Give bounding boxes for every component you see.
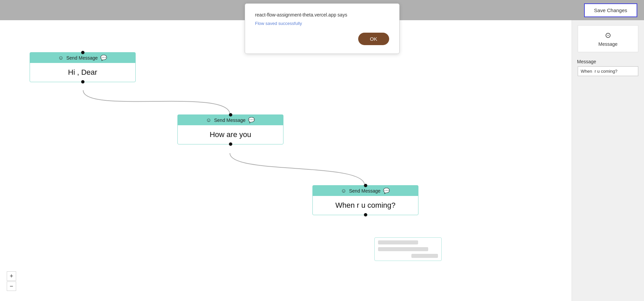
node3-dot-top bbox=[364, 184, 367, 187]
node2-body: How are you bbox=[178, 125, 283, 144]
node1-dot-top bbox=[81, 51, 84, 54]
partial-line-1 bbox=[378, 240, 418, 244]
flow-node-3[interactable]: ☺ Send Message 💬 When r u coming? bbox=[312, 185, 418, 215]
main-area: ☺ Send Message 💬 Hi , Dear ☺ Send Messag… bbox=[0, 20, 644, 301]
node3-header-label: Send Message bbox=[349, 188, 380, 194]
whatsapp-icon-2: 💬 bbox=[248, 117, 255, 123]
right-panel: ⊙ Message Message bbox=[572, 20, 644, 301]
partial-line-3 bbox=[411, 254, 438, 258]
node3-body-text: When r u coming? bbox=[335, 201, 396, 209]
node1-body-text: Hi , Dear bbox=[68, 68, 97, 76]
smiley-icon-2: ☺ bbox=[206, 117, 211, 123]
zoom-out-button[interactable]: − bbox=[7, 281, 16, 291]
node2-dot-bottom bbox=[229, 142, 232, 146]
node3-dot-bottom bbox=[364, 213, 367, 216]
flow-canvas[interactable]: ☺ Send Message 💬 Hi , Dear ☺ Send Messag… bbox=[0, 20, 572, 301]
partial-line-2 bbox=[378, 247, 428, 251]
dialog-box: react-flow-assignment-theta.vercel.app s… bbox=[245, 3, 400, 54]
message-field-label: Message bbox=[577, 59, 596, 64]
message-bubble-icon: ⊙ bbox=[605, 31, 611, 40]
whatsapp-icon-3: 💬 bbox=[383, 188, 390, 194]
node1-header-label: Send Message bbox=[66, 55, 98, 61]
smiley-icon-3: ☺ bbox=[341, 188, 346, 194]
smiley-icon-1: ☺ bbox=[58, 55, 64, 61]
save-changes-button[interactable]: Save Changes bbox=[584, 3, 637, 17]
dialog-message: Flow saved successfully bbox=[255, 21, 389, 26]
zoom-in-button[interactable]: + bbox=[7, 271, 16, 281]
node1-body: Hi , Dear bbox=[30, 63, 135, 82]
flow-node-4-partial bbox=[374, 237, 442, 261]
whatsapp-icon-1: 💬 bbox=[100, 55, 107, 61]
flow-node-2[interactable]: ☺ Send Message 💬 How are you bbox=[177, 114, 283, 144]
message-icon-box: ⊙ Message bbox=[578, 25, 638, 52]
flow-node-1[interactable]: ☺ Send Message 💬 Hi , Dear bbox=[30, 52, 136, 82]
node1-dot-bottom bbox=[81, 80, 84, 83]
message-icon-label: Message bbox=[599, 41, 618, 47]
zoom-controls: + − bbox=[7, 271, 16, 291]
dialog-ok-button[interactable]: OK bbox=[358, 33, 389, 45]
dialog-title: react-flow-assignment-theta.vercel.app s… bbox=[255, 12, 389, 18]
node2-dot-top bbox=[229, 113, 232, 116]
node3-body: When r u coming? bbox=[313, 196, 418, 215]
node2-body-text: How are you bbox=[210, 130, 251, 139]
message-input[interactable] bbox=[578, 66, 638, 76]
node2-header-label: Send Message bbox=[214, 118, 245, 123]
